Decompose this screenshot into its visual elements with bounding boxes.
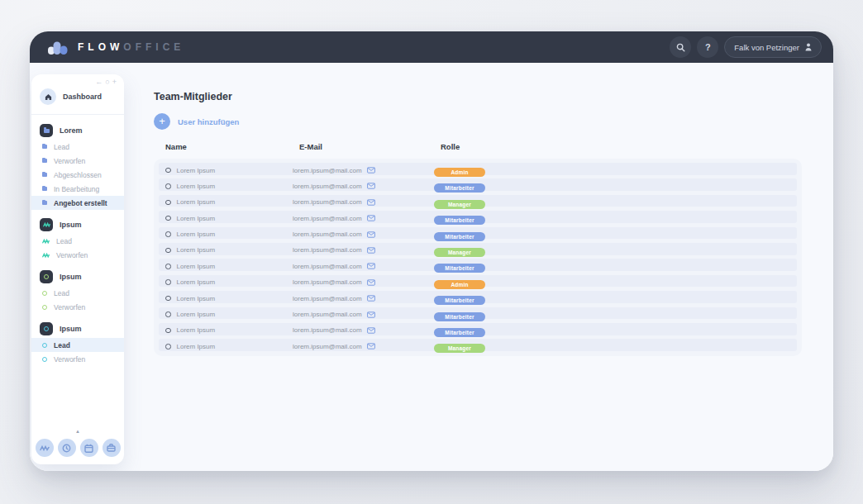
sidebar-sub-item[interactable]: Lead: [31, 286, 124, 300]
user-icon: [165, 264, 171, 269]
member-email: lorem.ipsum@mail.com: [293, 295, 362, 302]
clock-icon[interactable]: [58, 439, 76, 457]
member-name: Lorem Ipsum: [177, 295, 216, 302]
help-button[interactable]: ?: [697, 36, 718, 58]
mail-icon[interactable]: [367, 215, 375, 221]
member-email: lorem.ipsum@mail.com: [293, 246, 362, 254]
sidebar: ← ○ + Dashboard Lorem Lead Ve: [31, 74, 124, 464]
mail-icon[interactable]: [367, 295, 375, 302]
sidebar-section-header[interactable]: Ipsum: [31, 216, 124, 234]
brand-secondary: OFFICE: [123, 41, 184, 53]
member-email: lorem.ipsum@mail.com: [293, 231, 362, 238]
member-email: lorem.ipsum@mail.com: [293, 343, 362, 350]
mail-icon[interactable]: [367, 247, 375, 254]
name-cell: Lorem Ipsum: [159, 231, 293, 238]
search-button[interactable]: [670, 36, 691, 58]
calendar-icon[interactable]: [80, 439, 98, 457]
member-name: Lorem Ipsum: [177, 343, 216, 350]
mail-icon[interactable]: [367, 199, 375, 206]
name-cell: Lorem Ipsum: [159, 246, 293, 254]
email-cell: lorem.ipsum@mail.com: [293, 278, 434, 286]
sidebar-sub-item[interactable]: Abgeschlossen: [31, 168, 124, 182]
back-icon[interactable]: ←: [95, 78, 103, 86]
table-row[interactable]: Lorem Ipsum lorem.ipsum@mail.com Mitarbe…: [159, 259, 797, 271]
sidebar-sub-item[interactable]: Verworfen: [31, 352, 124, 366]
member-name: Lorem Ipsum: [177, 215, 216, 222]
sidebar-section-header[interactable]: Lorem: [31, 121, 124, 140]
email-cell: lorem.ipsum@mail.com: [293, 215, 434, 222]
user-icon: [165, 328, 171, 334]
sidebar-item-label: Verworfen: [54, 157, 85, 165]
table-row[interactable]: Lorem Ipsum lorem.ipsum@mail.com Mitarbe…: [159, 227, 797, 240]
table-row[interactable]: Lorem Ipsum lorem.ipsum@mail.com Mitarbe…: [159, 323, 797, 335]
table-row[interactable]: Lorem Ipsum lorem.ipsum@mail.com Mitarbe…: [159, 211, 797, 223]
email-cell: lorem.ipsum@mail.com: [293, 311, 434, 318]
mail-icon[interactable]: [367, 183, 375, 189]
sidebar-sub-item[interactable]: In Bearbeitung: [31, 182, 124, 196]
email-cell: lorem.ipsum@mail.com: [293, 343, 434, 350]
briefcase-icon[interactable]: [103, 439, 121, 457]
table-row[interactable]: Lorem Ipsum lorem.ipsum@mail.com Admin: [159, 163, 797, 175]
sidebar-sub-item[interactable]: Angebot erstellt: [31, 196, 124, 210]
content-area: ← ○ + Dashboard Lorem Lead Ve: [30, 63, 833, 471]
sidebar-sub-item[interactable]: Verworfen: [31, 154, 124, 168]
name-cell: Lorem Ipsum: [159, 263, 293, 270]
mail-icon[interactable]: [367, 311, 375, 318]
item-glyph-icon: [42, 253, 50, 258]
table-row[interactable]: Lorem Ipsum lorem.ipsum@mail.com Mitarbe…: [159, 178, 797, 191]
sidebar-window-controls: ← ○ +: [95, 78, 117, 86]
sidebar-sub-item[interactable]: Lead: [31, 234, 124, 248]
table-row[interactable]: Lorem Ipsum lorem.ipsum@mail.com Manager: [159, 339, 797, 351]
table-row[interactable]: Lorem Ipsum lorem.ipsum@mail.com Manager: [159, 195, 797, 207]
plus-icon[interactable]: +: [154, 113, 170, 130]
name-cell: Lorem Ipsum: [159, 215, 293, 222]
add-user-button[interactable]: + User hinzufügen: [154, 113, 802, 130]
item-glyph-icon: [42, 291, 47, 296]
table-row[interactable]: Lorem Ipsum lorem.ipsum@mail.com Mitarbe…: [159, 291, 797, 303]
section-icon: [40, 322, 53, 335]
mail-icon[interactable]: [367, 231, 375, 238]
mail-icon[interactable]: [367, 279, 375, 286]
role-badge: Manager: [434, 248, 485, 257]
wave-icon[interactable]: [36, 439, 54, 457]
sidebar-section-header[interactable]: Ipsum: [31, 320, 124, 338]
section-icon: [40, 124, 53, 137]
mail-icon[interactable]: [367, 167, 375, 174]
item-glyph-icon: [42, 187, 47, 191]
sidebar-item-label: Verworfen: [54, 355, 85, 364]
section-label: Ipsum: [60, 325, 82, 333]
collapse-caret-icon[interactable]: ▲: [31, 429, 124, 434]
user-icon: [165, 168, 171, 174]
member-email: lorem.ipsum@mail.com: [293, 311, 362, 318]
role-badge: Mitarbeiter: [434, 232, 485, 241]
sidebar-sub-item[interactable]: Verworfen: [31, 248, 124, 262]
mail-icon[interactable]: [367, 343, 375, 349]
sidebar-sub-item[interactable]: Lead: [31, 140, 124, 154]
role-badge: Mitarbeiter: [434, 312, 485, 321]
member-email: lorem.ipsum@mail.com: [293, 167, 362, 174]
table-row[interactable]: Lorem Ipsum lorem.ipsum@mail.com Mitarbe…: [159, 307, 797, 320]
sidebar-item-label: Lead: [54, 341, 70, 349]
role-badge: Mitarbeiter: [434, 216, 485, 225]
user-icon: [165, 344, 171, 349]
user-icon: [165, 200, 171, 206]
role-cell: Manager: [434, 243, 797, 258]
user-menu-button[interactable]: Falk von Petzinger: [724, 36, 822, 58]
sidebar-sub-item[interactable]: Verworfen: [31, 300, 124, 314]
table-row[interactable]: Lorem Ipsum lorem.ipsum@mail.com Manager: [159, 243, 797, 255]
circle-icon[interactable]: ○: [105, 78, 109, 86]
member-name: Lorem Ipsum: [177, 167, 216, 174]
name-cell: Lorem Ipsum: [159, 326, 293, 334]
sidebar-section-header[interactable]: Ipsum: [31, 268, 124, 286]
sidebar-item-label: Lead: [54, 143, 69, 151]
plus-icon[interactable]: +: [112, 78, 117, 86]
member-name: Lorem Ipsum: [177, 198, 216, 206]
role-cell: Mitarbeiter: [434, 307, 797, 322]
table-row[interactable]: Lorem Ipsum lorem.ipsum@mail.com Admin: [159, 275, 797, 288]
role-badge: Mitarbeiter: [434, 328, 485, 337]
mail-icon[interactable]: [367, 327, 375, 334]
role-cell: Mitarbeiter: [434, 227, 797, 242]
mail-icon[interactable]: [367, 263, 375, 269]
sidebar-sub-item[interactable]: Lead: [31, 338, 124, 352]
sidebar-footer-buttons: [31, 439, 124, 457]
